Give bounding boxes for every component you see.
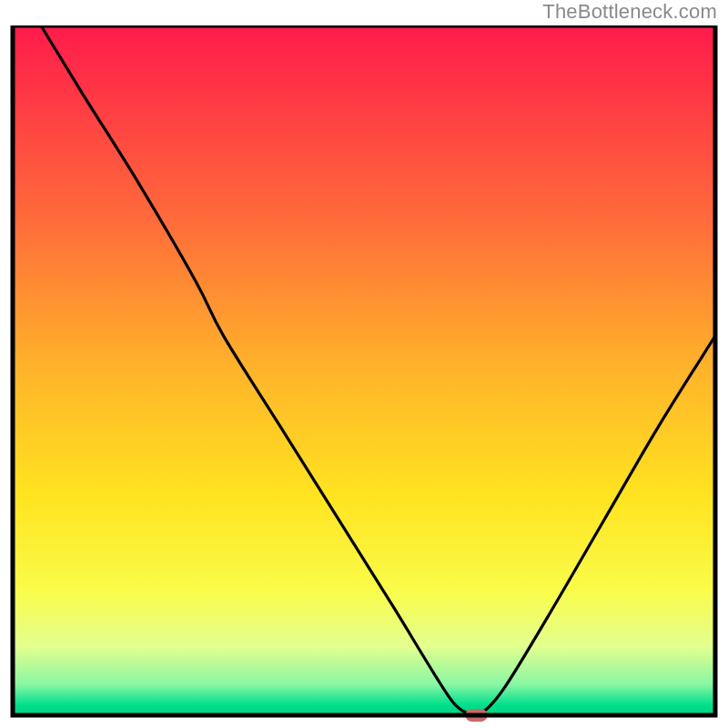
attribution-text: TheBottleneck.com [542,0,717,24]
bottleneck-chart [0,25,728,728]
chart-container: TheBottleneck.com [0,0,728,728]
chart-background [13,25,715,715]
